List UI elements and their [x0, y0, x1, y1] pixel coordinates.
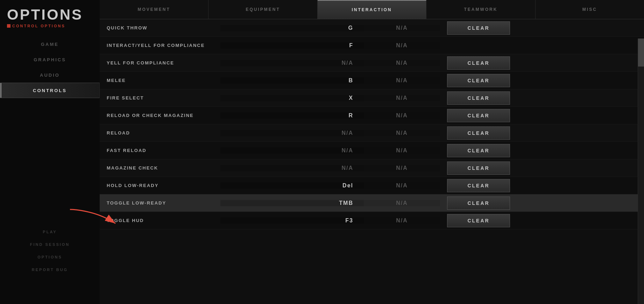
primary-key-field[interactable]: Del: [220, 182, 364, 189]
app-title: OPTIONS: [7, 6, 93, 23]
keybind-row: YELL FOR COMPLIANCEN/AN/ACLEAR: [100, 54, 644, 72]
secondary-key-field[interactable]: N/A: [364, 182, 440, 189]
tab-teamwork[interactable]: TEAMWORK: [426, 0, 535, 19]
clear-button[interactable]: CLEAR: [447, 91, 510, 105]
primary-key-value: N/A: [341, 60, 353, 66]
clear-key-cell: CLEAR: [440, 56, 517, 70]
clear-button[interactable]: CLEAR: [447, 21, 510, 35]
clear-key-cell: CLEAR: [440, 161, 517, 175]
primary-key-value: N/A: [341, 165, 353, 171]
sidebar-item-graphics[interactable]: GRAPHICS: [0, 52, 100, 67]
sidebar-bottom-menu: PLAYFIND SESSIONOPTIONSREPORT BUG: [0, 226, 100, 276]
secondary-key-value: N/A: [396, 200, 408, 206]
secondary-key-value: N/A: [396, 217, 408, 224]
sidebar-item-audio[interactable]: AUDIO: [0, 67, 100, 83]
primary-key-value: R: [348, 112, 353, 119]
secondary-key-field[interactable]: N/A: [364, 25, 440, 31]
clear-key-cell: CLEAR: [440, 196, 517, 210]
primary-key-field[interactable]: R: [220, 112, 364, 119]
red-square-icon: [7, 24, 10, 28]
secondary-key-field[interactable]: N/A: [364, 42, 440, 49]
clear-button[interactable]: CLEAR: [447, 74, 510, 87]
primary-key-value: B: [348, 77, 353, 84]
secondary-key-value: N/A: [396, 25, 408, 31]
primary-key-field[interactable]: N/A: [220, 147, 364, 154]
clear-key-cell: CLEAR: [440, 214, 517, 227]
sidebar-bottom-item-play[interactable]: PLAY: [0, 226, 100, 238]
clear-key-cell: CLEAR: [440, 21, 517, 35]
action-label: QUICK THROW: [100, 25, 220, 30]
secondary-key-field[interactable]: N/A: [364, 77, 440, 84]
secondary-key-value: N/A: [396, 130, 408, 136]
secondary-key-value: N/A: [396, 77, 408, 84]
clear-button[interactable]: CLEAR: [447, 214, 510, 227]
keybind-row: FIRE SELECTXN/ACLEAR: [100, 89, 644, 107]
keybind-row: HOLD LOW-READYDelN/ACLEAR: [100, 177, 644, 194]
action-label: FIRE SELECT: [100, 95, 220, 101]
clear-button[interactable]: CLEAR: [447, 56, 510, 70]
primary-key-value: X: [349, 95, 353, 101]
sidebar-bottom-item-find-session[interactable]: FIND SESSION: [0, 238, 100, 251]
primary-key-field[interactable]: N/A: [220, 130, 364, 136]
keybind-row: RELOAD OR CHECK MAGAZINERN/ACLEAR: [100, 107, 644, 124]
secondary-key-value: N/A: [396, 182, 408, 189]
secondary-key-value: N/A: [396, 147, 408, 154]
sidebar-bottom-item-options[interactable]: OPTIONS: [0, 251, 100, 263]
primary-key-value: F3: [345, 217, 353, 224]
action-label: TOGGLE LOW-READY: [100, 200, 220, 206]
keybind-row: QUICK THROWGN/ACLEAR: [100, 19, 644, 37]
primary-key-field[interactable]: F3: [220, 217, 364, 224]
clear-button[interactable]: CLEAR: [447, 179, 510, 192]
action-label: FAST RELOAD: [100, 148, 220, 153]
primary-key-field[interactable]: TMB: [220, 200, 364, 206]
primary-key-field[interactable]: X: [220, 95, 364, 101]
keybind-row: RELOADN/AN/ACLEAR: [100, 124, 644, 142]
action-label: HOLD LOW-READY: [100, 183, 220, 188]
secondary-key-field[interactable]: N/A: [364, 147, 440, 154]
primary-key-field[interactable]: F: [220, 42, 364, 49]
clear-button[interactable]: CLEAR: [447, 161, 510, 175]
scrollbar-thumb[interactable]: [638, 39, 644, 67]
primary-key-value: G: [348, 25, 353, 31]
clear-button[interactable]: CLEAR: [447, 144, 510, 157]
secondary-key-field[interactable]: N/A: [364, 217, 440, 224]
tab-interaction[interactable]: INTERACTION: [318, 0, 426, 19]
clear-button[interactable]: CLEAR: [447, 196, 510, 210]
action-label: MELEE: [100, 78, 220, 83]
sidebar-menu: GAMEGRAPHICSAUDIOCONTROLS: [0, 36, 100, 98]
scrollbar-track[interactable]: [638, 39, 644, 304]
primary-key-field[interactable]: B: [220, 77, 364, 84]
primary-key-value: F: [349, 42, 353, 49]
clear-button[interactable]: CLEAR: [447, 109, 510, 122]
tab-misc[interactable]: MISC: [536, 0, 644, 19]
primary-key-field[interactable]: N/A: [220, 60, 364, 66]
clear-button[interactable]: CLEAR: [447, 126, 510, 140]
tab-movement[interactable]: MOVEMENT: [100, 0, 208, 19]
primary-key-value: N/A: [341, 130, 353, 136]
secondary-key-field[interactable]: N/A: [364, 95, 440, 101]
primary-key-field[interactable]: G: [220, 25, 364, 31]
action-label: INTERACT/YELL FOR COMPLIANCE: [100, 43, 220, 48]
secondary-key-field[interactable]: N/A: [364, 165, 440, 171]
secondary-key-field[interactable]: N/A: [364, 200, 440, 206]
sidebar-item-game[interactable]: GAME: [0, 36, 100, 52]
secondary-key-value: N/A: [396, 95, 408, 101]
keybind-row: MELEEBN/ACLEAR: [100, 72, 644, 89]
secondary-key-field[interactable]: N/A: [364, 112, 440, 119]
action-label: TOGGLE HUD: [100, 218, 220, 223]
sidebar: OPTIONS CONTROL OPTIONS GAMEGRAPHICSAUDI…: [0, 0, 100, 304]
primary-key-field[interactable]: N/A: [220, 165, 364, 171]
sidebar-bottom-item-report-bug[interactable]: REPORT BUG: [0, 263, 100, 276]
primary-key-value: TMB: [339, 200, 353, 206]
sidebar-item-controls[interactable]: CONTROLS: [0, 83, 100, 98]
secondary-key-value: N/A: [396, 165, 408, 171]
primary-key-value: N/A: [341, 147, 353, 154]
secondary-key-value: N/A: [396, 60, 408, 66]
keybind-row: INTERACT/YELL FOR COMPLIANCEFN/A: [100, 37, 644, 54]
secondary-key-field[interactable]: N/A: [364, 130, 440, 136]
main-content: MOVEMENTEQUIPMENTINTERACTIONTEAMWORKMISC…: [100, 0, 644, 304]
secondary-key-value: N/A: [396, 112, 408, 119]
tab-equipment[interactable]: EQUIPMENT: [208, 0, 317, 19]
secondary-key-field[interactable]: N/A: [364, 60, 440, 66]
keybind-row: TOGGLE LOW-READYTMBN/ACLEAR: [100, 194, 644, 212]
